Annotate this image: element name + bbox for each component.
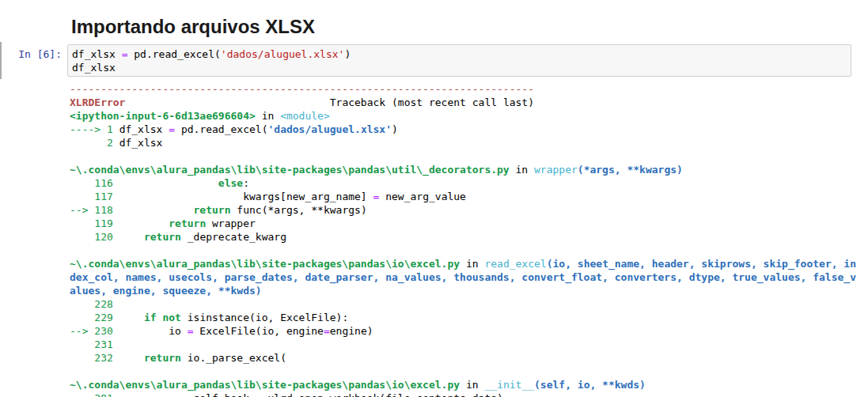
code-token: engine) [330,325,373,337]
code-token: = [188,325,194,337]
code-token: 228 [70,298,113,310]
code-token: _deprecate_kwarg [181,231,286,243]
code-token: return [144,352,181,364]
code-token: read_excel [484,258,546,270]
code-token [113,312,144,323]
notebook-page: Importando arquivos XLSX In [6]: df_xlsx… [0,0,868,397]
code-token [113,231,144,243]
code-token: return [194,204,231,216]
code-token: Traceback (most recent call last) [125,96,534,108]
code-token: 2 [70,137,119,149]
code-token: pd.read_excel( [127,48,220,60]
code-token: (io, sheet_name, header, skiprows, skip_… [547,258,856,270]
code-token [113,217,169,229]
code-token: (self, io, **kwds) [534,379,646,391]
code-token: : [243,177,249,189]
error-output-area: ----------------------------------------… [70,82,868,397]
code-token: --> 118 [70,204,113,216]
code-token: 117 [70,191,113,202]
code-token [113,204,194,216]
code-token: <module> [280,110,330,122]
code-token: func(*args, **kwargs) [231,204,367,216]
code-token: if [144,312,157,323]
code-token: = [324,325,330,337]
code-token: 231 [70,338,113,350]
code-token: 119 [70,217,113,229]
code-token: in [460,258,484,270]
code-token: 120 [70,231,113,243]
code-token: df_xlsx [119,123,169,135]
code-token: pd.read_excel( [175,123,267,135]
code-token: isinstance(io, ExcelFile): [181,312,348,323]
code-input-pre[interactable]: df_xlsx = pd.read_excel('dados/aluguel.x… [68,45,851,77]
code-token: wrapper [206,217,256,229]
code-token: 391 [70,392,113,397]
page-title: Importando arquivos XLSX [71,16,315,38]
code-token: 'dados/aluguel.xlsx' [267,123,392,135]
code-token: in [460,379,484,391]
code-token: ExcelFile(io, engine [194,325,324,337]
code-token: ~\.conda\envs\alura_pandas\lib\site-pack… [70,164,510,176]
code-token: <ipython-input-6-6d13ae696604> [70,110,256,122]
code-token: ~\.conda\envs\alura_pandas\lib\site-pack… [70,258,460,270]
code-token: self.book [113,392,256,397]
code-input-cell[interactable]: df_xlsx = pd.read_excel('dados/aluguel.x… [67,44,851,77]
code-token: in [256,110,280,122]
code-token: ----> 1 [70,123,119,135]
code-token: = [466,392,472,397]
code-token: = [169,123,175,135]
code-token: dex_col, names, usecols, parse_dates, da… [70,271,856,283]
code-token: ----------------------------------------… [70,83,534,95]
code-token: wrapper [534,164,578,176]
code-token: (*args, **kwargs) [578,164,683,176]
code-token: return [169,217,206,229]
traceback-pre: ----------------------------------------… [70,82,868,397]
code-token: 229 [70,312,113,323]
code-token: io._parse_excel( [181,352,286,364]
code-token: ~\.conda\envs\alura_pandas\lib\site-pack… [70,379,460,391]
input-prompt: In [6]: [0,47,62,61]
code-token [113,352,144,364]
code-token: else [218,177,243,189]
code-token: new_arg_value [379,191,466,202]
code-token: = [256,392,262,397]
code-token: in [510,164,534,176]
code-token: kwargs[new_arg_name] [113,191,373,202]
code-token: alues, engine, squeeze, **kwds) [70,285,262,297]
code-token: df_xlsx [72,48,122,60]
code-token: 232 [70,352,113,364]
code-token: data) [472,392,503,397]
code-token: ) [392,123,398,135]
code-token: io [113,325,188,337]
code-token: --> 230 [70,325,113,337]
code-token: 116 [70,177,113,189]
code-token: 'dados/aluguel.xlsx' [221,48,345,60]
code-token: xlrd.open_workbook(file_contents [262,392,466,397]
code-token [113,177,218,189]
code-token: XLRDError [70,96,125,108]
code-token: df_xlsx [72,62,116,74]
code-token: df_xlsx [119,137,163,149]
code-token: not [162,312,180,323]
code-token: return [144,231,181,243]
code-token: ) [344,48,351,60]
code-token: __init__ [484,379,534,391]
